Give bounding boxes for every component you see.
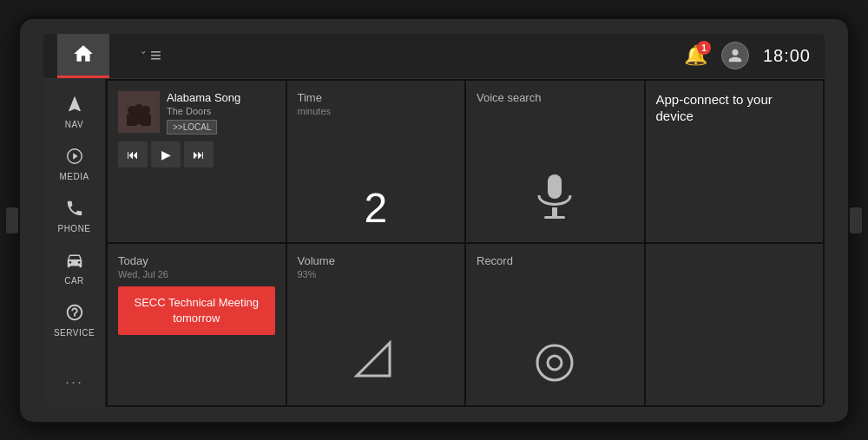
service-icon: [65, 303, 84, 325]
time-tile[interactable]: Time minutes 2: [287, 81, 465, 242]
svg-marker-12: [357, 343, 390, 376]
calendar-event: SECC Technical Meeting tomorrow: [118, 286, 275, 335]
song-title: Alabama Song: [167, 91, 275, 104]
sidebar-item-service[interactable]: SERVICE: [43, 294, 105, 346]
chevron-down-icon: ˅: [141, 49, 147, 62]
app-connect-tile[interactable]: App-connect to your device: [646, 81, 824, 242]
service-label: SERVICE: [54, 328, 95, 338]
svg-rect-8: [141, 114, 151, 126]
playback-controls: ⏮ ▶ ⏭: [118, 141, 275, 167]
local-badge: >>LOCAL: [167, 120, 217, 135]
nav-icon: [65, 95, 84, 117]
hamburger-icon: ≡: [150, 44, 161, 67]
record-label: Record: [477, 254, 634, 267]
clock-display: 18:00: [763, 46, 811, 66]
next-button[interactable]: ⏭: [184, 141, 214, 167]
home-icon: [72, 43, 95, 69]
user-avatar[interactable]: [721, 42, 749, 69]
more-dots[interactable]: ···: [56, 364, 92, 400]
notification-badge: 1: [697, 41, 711, 55]
media-label: MEDIA: [59, 172, 89, 181]
album-art: [118, 91, 160, 133]
top-bar: ˅ ≡ 🔔 1 18:00: [43, 34, 825, 79]
calendar-label: Today: [118, 254, 275, 267]
voice-tile[interactable]: Voice search: [466, 81, 644, 242]
calendar-tile[interactable]: Today Wed, Jul 26 SECC Technical Meeting…: [108, 244, 286, 405]
play-button[interactable]: ▶: [151, 141, 181, 167]
car-label: CAR: [64, 276, 84, 286]
svg-rect-10: [552, 207, 557, 216]
calendar-date: Wed, Jul 26: [118, 269, 275, 279]
volume-value: 93%: [298, 269, 455, 279]
artist-name: The Doors: [167, 106, 275, 116]
app-connect-title: App-connect to your device: [656, 91, 813, 125]
record-icon: [477, 340, 634, 395]
phone-label: PHONE: [57, 224, 90, 233]
svg-rect-9: [548, 174, 562, 199]
nav-label: NAV: [65, 120, 83, 129]
music-top: Alabama Song The Doors >>LOCAL: [118, 91, 275, 135]
sidebar-item-car[interactable]: CAR: [43, 242, 105, 294]
time-tile-label: Time: [298, 91, 455, 104]
notification-bell[interactable]: 🔔 1: [684, 44, 707, 67]
svg-point-13: [537, 345, 572, 380]
menu-area[interactable]: ˅ ≡: [141, 44, 161, 67]
main-content: NAV MEDIA PHONE: [43, 79, 825, 407]
media-icon: [65, 147, 84, 169]
car-icon: [65, 251, 84, 273]
prev-button[interactable]: ⏮: [118, 141, 148, 167]
volume-label: Volume: [298, 254, 455, 267]
sidebar: NAV MEDIA PHONE: [43, 79, 106, 407]
svg-marker-1: [73, 153, 78, 159]
home-tab[interactable]: [57, 34, 109, 79]
mic-icon: [477, 173, 634, 232]
top-right-area: 🔔 1 18:00: [684, 42, 811, 69]
album-art-inner: [118, 91, 160, 133]
volume-icon: [298, 339, 455, 395]
sidebar-item-phone[interactable]: PHONE: [43, 190, 105, 242]
tile-grid: Alabama Song The Doors >>LOCAL ⏮ ▶ ⏭ Tim…: [106, 79, 825, 407]
volume-tile[interactable]: Volume 93%: [287, 244, 465, 405]
empty-tile: [646, 244, 824, 405]
svg-rect-11: [544, 216, 565, 219]
sidebar-item-media[interactable]: MEDIA: [43, 138, 105, 190]
time-value: 2: [298, 184, 455, 232]
screen: ˅ ≡ 🔔 1 18:00: [43, 34, 825, 407]
music-info: Alabama Song The Doors >>LOCAL: [167, 91, 275, 135]
voice-tile-label: Voice search: [477, 91, 634, 104]
svg-point-14: [548, 356, 562, 370]
phone-icon: [65, 199, 84, 221]
time-tile-sublabel: minutes: [298, 106, 455, 116]
music-tile[interactable]: Alabama Song The Doors >>LOCAL ⏮ ▶ ⏭: [108, 81, 286, 242]
bracket-right: [850, 207, 862, 233]
bracket-left: [6, 207, 18, 233]
device-frame: ˅ ≡ 🔔 1 18:00: [17, 16, 851, 424]
sidebar-item-nav[interactable]: NAV: [43, 86, 105, 138]
record-tile[interactable]: Record: [466, 244, 644, 405]
